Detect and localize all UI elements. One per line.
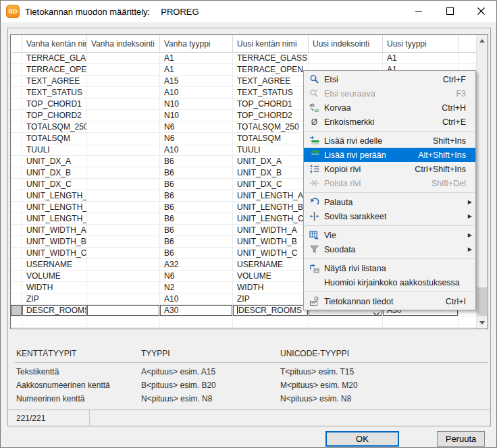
ok-button[interactable]: OK — [325, 431, 399, 447]
grid-cell-old_type[interactable]: N2 — [160, 282, 233, 293]
grid-cell-old_type[interactable]: B6 — [160, 225, 233, 236]
grid-cell-old_type[interactable]: N6 — [160, 271, 233, 282]
menu-item-korvaa[interactable]: abacKorvaaCtrl+H — [304, 101, 475, 115]
grid-cell-old_name[interactable]: VOLUME — [22, 271, 87, 282]
grid-cell-old_index[interactable] — [87, 293, 160, 305]
grid-cell-empty[interactable] — [309, 316, 383, 328]
grid-cell-empty[interactable] — [22, 316, 87, 328]
grid-cell-old_name[interactable]: TOP_CHORD2 — [22, 110, 87, 121]
row-header-cell[interactable] — [11, 156, 22, 167]
table-row[interactable]: TERRACE_GLASSA1TERRACE_GLASSA1 — [11, 53, 476, 64]
row-header-cell[interactable] — [11, 87, 22, 99]
menu-item-tietokannan-tiedot[interactable]: 1Tietokannan tiedotCtrl+I — [304, 294, 475, 308]
grid-cell-old_type[interactable]: B6 — [160, 179, 233, 190]
grid-cell-old_index[interactable] — [87, 305, 160, 316]
grid-cell-old_index[interactable] — [87, 202, 160, 213]
row-header-cell[interactable] — [11, 99, 22, 110]
grid-cell-old_type[interactable]: A10 — [160, 87, 233, 99]
grid-cell-new_name[interactable]: UNIT_WIDTH_B — [233, 236, 309, 248]
grid-cell-old_name[interactable]: UNIT_LENGTH_A — [22, 190, 87, 202]
grid-cell-old_type[interactable]: B6 — [160, 248, 233, 259]
grid-cell-old_type[interactable]: A1 — [160, 53, 233, 64]
close-button[interactable] — [465, 1, 496, 22]
grid-cell-new_name[interactable]: TEXT_AGREE — [233, 76, 309, 87]
grid-cell-new_name[interactable]: TOP_CHORD2 — [233, 110, 309, 121]
grid-cell-old_type[interactable]: B6 — [160, 213, 233, 225]
row-header-cell[interactable] — [11, 76, 22, 87]
row-header-cell[interactable] — [11, 64, 22, 76]
grid-cell-old_name[interactable]: TEXT_AGREE — [22, 76, 87, 87]
grid-cell-new_name[interactable]: UNIT_WIDTH_C — [233, 248, 309, 259]
grid-cell-old_type[interactable]: N6 — [160, 121, 233, 133]
menu-item-erikoismerkki[interactable]: ØErikoismerkkiCtrl+E — [304, 115, 475, 129]
column-header-3[interactable]: Vanha tyyppi — [160, 35, 233, 53]
grid-cell-old_index[interactable] — [87, 121, 160, 133]
grid-cell-old_index[interactable] — [87, 190, 160, 202]
grid-cell-old_type[interactable]: B6 — [160, 236, 233, 248]
grid-cell-new_name[interactable]: TERRACE_OPEN — [233, 64, 309, 76]
grid-cell-old_name[interactable]: ZIP — [22, 293, 87, 305]
grid-cell-old_name[interactable]: UNIT_LENGTH_B — [22, 202, 87, 213]
menu-item-lisää-rivi-perään[interactable]: Lisää rivi peräänAlt+Shift+Ins — [304, 148, 475, 162]
grid-cell-old_name[interactable]: TOP_CHORD1 — [22, 99, 87, 110]
vertical-scrollbar[interactable] — [476, 35, 488, 329]
grid-cell-old_name[interactable]: TERRACE_GLASS — [22, 53, 87, 64]
grid-cell-old_name[interactable]: WIDTH — [22, 282, 87, 293]
grid-cell-old_index[interactable] — [87, 133, 160, 144]
grid-cell-empty[interactable] — [11, 316, 22, 328]
grid-cell-new_name[interactable]: VOLUME — [233, 271, 309, 282]
grid-cell-old_name[interactable]: UNIT_WIDTH_A — [22, 225, 87, 236]
row-header-cell[interactable] — [11, 293, 22, 305]
grid-cell-old_index[interactable] — [87, 87, 160, 99]
grid-cell-empty[interactable] — [383, 316, 459, 328]
menu-item-näytä-rivi-listana[interactable]: Näytä rivi listana — [304, 261, 475, 275]
grid-cell-new_name[interactable]: TEXT_STATUS — [233, 87, 309, 99]
grid-cell-old_type[interactable]: A30 — [160, 305, 233, 316]
column-header-5[interactable]: Uusi indeksointi — [309, 35, 383, 53]
grid-cell-new_name[interactable]: UNIT_DX_C — [233, 179, 309, 190]
grid-cell-new_name[interactable]: ZIP — [233, 293, 309, 305]
row-header-cell[interactable] — [11, 179, 22, 190]
scrollbar-thumb[interactable] — [477, 287, 487, 316]
menu-item-palauta[interactable]: Palauta▶ — [304, 195, 475, 209]
menu-item-kopioi-rivi[interactable]: Kopioi riviCtrl+Shift+Ins — [304, 162, 475, 176]
grid-cell-empty[interactable] — [233, 316, 309, 328]
column-header-2[interactable]: Vanha indeksointi — [87, 35, 160, 53]
grid-cell-old_index[interactable] — [87, 259, 160, 271]
grid-cell-new_name[interactable]: UNIT_LENGTH_C — [233, 213, 309, 225]
grid-cell-old_name[interactable]: UNIT_DX_B — [22, 167, 87, 179]
grid-cell-old_index[interactable] — [87, 179, 160, 190]
row-header-cell[interactable] — [11, 236, 22, 248]
grid-cell-new_name[interactable]: USERNAME — [233, 259, 309, 271]
scroll-down-button[interactable] — [477, 317, 488, 329]
grid-cell-old_type[interactable]: A10 — [160, 144, 233, 156]
menu-item-lisää-rivi-edelle[interactable]: Lisää rivi edelleShift+Ins — [304, 134, 475, 148]
grid-cell-old_name[interactable]: UNIT_WIDTH_B — [22, 236, 87, 248]
row-header-cell[interactable] — [11, 133, 22, 144]
grid-cell-empty[interactable] — [160, 316, 233, 328]
column-header-6[interactable]: Uusi tyyppi — [383, 35, 459, 53]
grid-cell-old_index[interactable] — [87, 236, 160, 248]
grid-cell-old_type[interactable]: A10 — [160, 293, 233, 305]
grid-cell-old_type[interactable]: A32 — [160, 259, 233, 271]
row-header-cell[interactable] — [11, 225, 22, 236]
grid-cell-old_type[interactable]: B6 — [160, 167, 233, 179]
grid-cell-new_name[interactable]: UNIT_DX_A — [233, 156, 309, 167]
grid-cell-old_index[interactable] — [87, 76, 160, 87]
grid-cell-old_name[interactable]: TERRACE_OPEN — [22, 64, 87, 76]
column-header-4[interactable]: Uusi kentän nimi — [233, 35, 309, 53]
grid-cell-old_type[interactable]: N10 — [160, 99, 233, 110]
menu-item-etsi[interactable]: EtsiCtrl+F — [304, 72, 475, 86]
grid-cell-old_name[interactable]: TOTALSQM — [22, 133, 87, 144]
grid-cell-old_index[interactable] — [87, 225, 160, 236]
grid-cell-new_index[interactable] — [309, 53, 383, 64]
menu-item-vie[interactable]: Vie▶ — [304, 228, 475, 242]
grid-cell-old_name[interactable]: USERNAME — [22, 259, 87, 271]
row-header-cell[interactable] — [11, 213, 22, 225]
grid-cell-new_type[interactable]: A1 — [383, 53, 459, 64]
grid-cell-old_index[interactable] — [87, 248, 160, 259]
grid-cell-old_index[interactable] — [87, 213, 160, 225]
grid-cell-new_name[interactable]: UNIT_LENGTH_B — [233, 202, 309, 213]
grid-cell-empty[interactable] — [459, 316, 476, 328]
menu-item-suodata[interactable]: Suodata▶ — [304, 242, 475, 256]
